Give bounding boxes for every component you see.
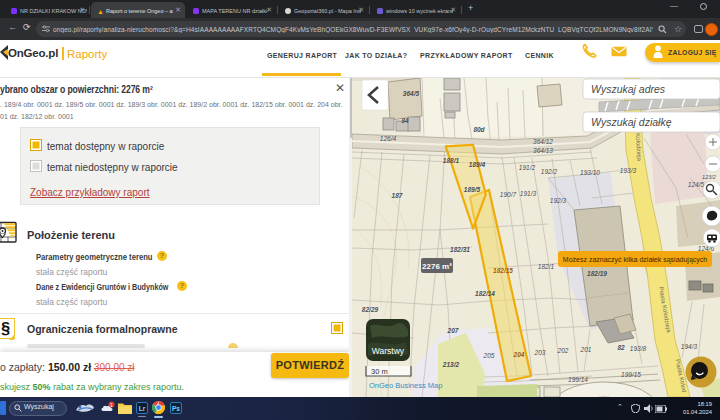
svg-text:205: 205 bbox=[483, 352, 495, 359]
svg-text:1: 1 bbox=[110, 402, 113, 408]
svg-text:182/14: 182/14 bbox=[475, 290, 495, 297]
svg-text:126/4: 126/4 bbox=[380, 135, 397, 142]
svg-text:182/15: 182/15 bbox=[493, 267, 513, 274]
svg-text:193/10: 193/10 bbox=[580, 169, 600, 176]
svg-text:80d: 80d bbox=[473, 126, 485, 133]
svg-text:190/7: 190/7 bbox=[500, 191, 517, 198]
svg-text:213/2: 213/2 bbox=[442, 361, 460, 368]
svg-text:192/2: 192/2 bbox=[541, 168, 558, 175]
svg-text:199/14: 199/14 bbox=[568, 376, 588, 383]
svg-text:Warstwy: Warstwy bbox=[372, 346, 405, 356]
svg-text:124/5: 124/5 bbox=[688, 181, 705, 188]
svg-text:201: 201 bbox=[580, 346, 592, 353]
svg-text:2276 m²: 2276 m² bbox=[422, 262, 452, 271]
svg-text:194/3: 194/3 bbox=[681, 343, 698, 350]
svg-text:OnGeo Business Map: OnGeo Business Map bbox=[369, 381, 442, 390]
svg-text:364/5: 364/5 bbox=[403, 90, 420, 97]
svg-text:82/29: 82/29 bbox=[362, 306, 379, 313]
svg-text:193/8: 193/8 bbox=[630, 345, 647, 352]
svg-text:193/3: 193/3 bbox=[620, 167, 637, 174]
svg-text:Wyszukaj działkę: Wyszukaj działkę bbox=[591, 116, 672, 128]
svg-text:188/1: 188/1 bbox=[443, 157, 460, 164]
svg-text:182/1: 182/1 bbox=[538, 263, 555, 270]
svg-text:364/13: 364/13 bbox=[533, 147, 553, 154]
svg-text:182/19: 182/19 bbox=[587, 270, 607, 277]
svg-text:182/31: 182/31 bbox=[450, 246, 470, 253]
svg-text:191/2: 191/2 bbox=[519, 164, 536, 171]
svg-text:204: 204 bbox=[513, 351, 525, 358]
svg-text:84: 84 bbox=[401, 117, 409, 124]
svg-text:30 m: 30 m bbox=[371, 367, 388, 376]
svg-text:189/5: 189/5 bbox=[464, 186, 481, 193]
svg-text:Wyszukaj adres: Wyszukaj adres bbox=[591, 83, 666, 95]
svg-text:192/3: 192/3 bbox=[550, 197, 567, 204]
svg-text:191/3: 191/3 bbox=[520, 190, 537, 197]
svg-text:Możesz zaznaczyć kilka działek: Możesz zaznaczyć kilka działek sąsiadują… bbox=[563, 256, 707, 264]
svg-text:207: 207 bbox=[447, 327, 459, 334]
svg-text:189/4: 189/4 bbox=[469, 161, 486, 168]
svg-text:187: 187 bbox=[392, 192, 403, 199]
svg-text:82: 82 bbox=[617, 344, 625, 351]
svg-text:364/12: 364/12 bbox=[533, 138, 553, 145]
svg-text:123/2: 123/2 bbox=[702, 174, 716, 180]
svg-text:202: 202 bbox=[557, 347, 569, 354]
svg-text:203: 203 bbox=[534, 349, 546, 356]
svg-text:199/15: 199/15 bbox=[621, 371, 641, 378]
